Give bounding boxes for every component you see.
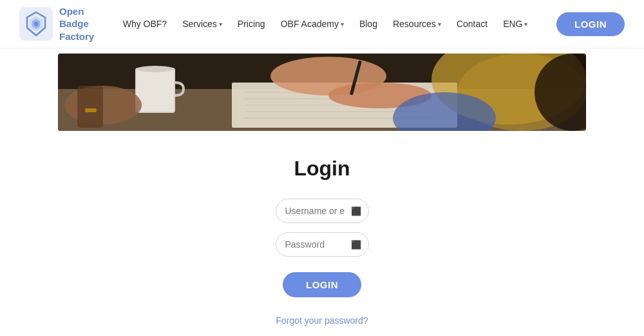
svg-rect-21: [85, 108, 97, 112]
logo-link[interactable]: Open Badge Factory: [19, 5, 94, 43]
logo-icon: [19, 7, 53, 41]
logo-text: Open Badge Factory: [59, 5, 94, 43]
nav-item-blog[interactable]: Blog: [353, 15, 384, 33]
nav-item-why-obf[interactable]: Why OBF?: [117, 15, 173, 33]
nav-item-lang[interactable]: ENG ▾: [497, 15, 534, 33]
password-field-wrapper: ⬛: [276, 232, 369, 257]
chevron-down-icon: ▾: [438, 21, 441, 28]
forgot-password-link[interactable]: Forgot your password?: [276, 315, 368, 326]
chevron-down-icon: ▾: [524, 21, 527, 28]
svg-rect-10: [137, 69, 174, 112]
hero-illustration: [58, 54, 586, 131]
chevron-down-icon: ▾: [341, 21, 344, 28]
hero-image: [58, 54, 586, 131]
site-header: Open Badge Factory Why OBF? Services ▾ P…: [0, 0, 644, 48]
login-submit-button[interactable]: LOGIN: [283, 272, 361, 297]
nav-item-resources[interactable]: Resources ▾: [386, 15, 448, 33]
login-section: Login ⬛ ⬛ LOGIN Forgot your password?: [0, 131, 644, 336]
username-icon: ⬛: [351, 206, 361, 216]
login-header-button[interactable]: LOGIN: [556, 12, 625, 36]
nav-item-obf-academy[interactable]: OBF Academy ▾: [274, 15, 350, 33]
login-title: Login: [294, 157, 350, 181]
nav-item-contact[interactable]: Contact: [450, 15, 494, 33]
main-nav: Why OBF? Services ▾ Pricing OBF Academy …: [117, 15, 535, 33]
username-field-wrapper: ⬛: [276, 199, 369, 223]
svg-point-11: [137, 66, 174, 72]
svg-rect-20: [77, 86, 103, 128]
password-icon: ⬛: [351, 240, 361, 250]
nav-item-services[interactable]: Services ▾: [176, 15, 229, 33]
chevron-down-icon: ▾: [219, 21, 222, 28]
nav-item-pricing[interactable]: Pricing: [231, 15, 272, 33]
